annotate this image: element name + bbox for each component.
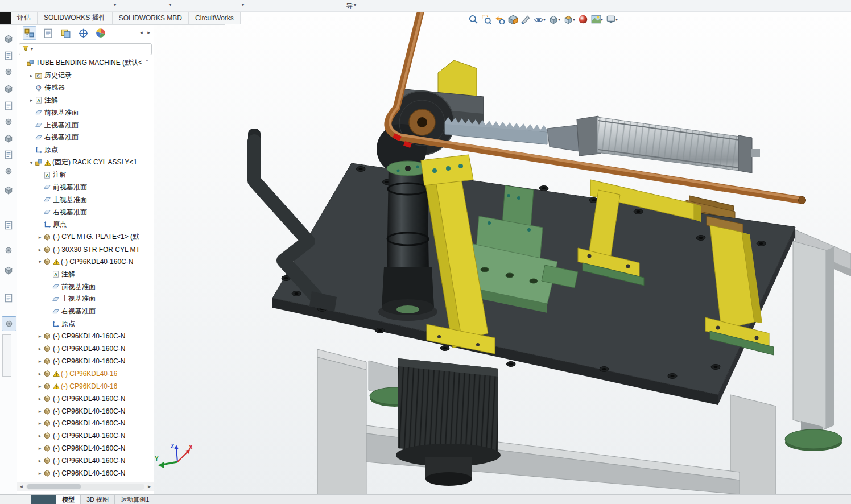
- left-toolbar-icon[interactable]: [2, 263, 15, 277]
- tree-item[interactable]: ▸(-) CP96KDL40-160C-N: [17, 455, 154, 467]
- tree-item[interactable]: 传感器: [17, 82, 154, 94]
- dropdown-caret[interactable]: ▾: [615, 17, 618, 22]
- scroll-track[interactable]: [26, 484, 144, 490]
- tree-item[interactable]: 右视基准面: [17, 206, 154, 218]
- expand-arrow[interactable]: ▸: [36, 371, 43, 377]
- tree-item[interactable]: ▸(-) CP96KDL40-160C-N: [17, 429, 154, 442]
- expand-arrow[interactable]: ▸: [36, 445, 43, 451]
- collapse-tree-chevron[interactable]: ˆ: [146, 60, 154, 66]
- ribbon-tab[interactable]: SOLIDWORKS 插件: [38, 11, 113, 24]
- tree-item[interactable]: 上视基准面: [17, 119, 154, 131]
- dropdown-caret[interactable]: ▾: [601, 17, 603, 22]
- menu-dropdown-caret[interactable]: ▾: [114, 2, 116, 7]
- tree-item[interactable]: 右视基准面: [17, 305, 154, 318]
- tree-item[interactable]: ▸(-) CYL MTG. PLATE<1> (默: [17, 231, 154, 243]
- tree-item[interactable]: 原点: [17, 218, 154, 231]
- expand-arrow[interactable]: ▸: [36, 470, 43, 476]
- tree-item[interactable]: 前视基准面: [17, 106, 154, 119]
- collapse-arrow[interactable]: ▾: [36, 259, 43, 265]
- tab-scroll-corner[interactable]: [31, 495, 56, 504]
- panel-tabs-scroll-left[interactable]: ◂: [138, 27, 145, 38]
- scroll-right-arrow[interactable]: ►: [145, 484, 154, 489]
- ribbon-tab[interactable]: 评估: [11, 11, 38, 24]
- tree-item[interactable]: 上视基准面: [17, 193, 154, 206]
- dropdown-caret[interactable]: ▾: [558, 17, 560, 22]
- section-view-icon[interactable]: [507, 14, 518, 25]
- expand-arrow[interactable]: ▸: [36, 333, 43, 339]
- menu-dropdown-caret[interactable]: ▾: [169, 2, 171, 7]
- left-toolbar-icon[interactable]: [2, 99, 15, 113]
- tree-item[interactable]: ▾(固定) RACK CYL ASSLY<1: [17, 156, 154, 169]
- tree-item[interactable]: ▸(-) CP96KDL40-16: [17, 380, 154, 393]
- zoom-area-icon[interactable]: [481, 14, 492, 25]
- left-toolbar-icon[interactable]: [2, 316, 16, 331]
- tree-item[interactable]: 原点: [17, 144, 154, 156]
- tree-hscrollbar[interactable]: ◄ ►: [17, 482, 154, 491]
- viewport-3d[interactable]: Z X Y: [154, 11, 851, 494]
- left-toolbar-icon[interactable]: [2, 183, 15, 197]
- left-toolbar-icon[interactable]: [2, 82, 15, 96]
- expand-arrow[interactable]: ▸: [36, 420, 43, 426]
- tree-item[interactable]: 上视基准面: [17, 293, 154, 305]
- panel-tabs-scroll-right[interactable]: ▸: [145, 27, 152, 38]
- displaymanager-tab[interactable]: [94, 27, 107, 39]
- left-toolbar-icon[interactable]: [2, 148, 15, 162]
- expand-arrow[interactable]: ▸: [36, 346, 43, 352]
- collapse-arrow[interactable]: ▾: [28, 160, 35, 166]
- tree-item[interactable]: ▸(-) CP96KDL40-160C-N: [17, 331, 154, 343]
- view-settings-icon[interactable]: ▾: [605, 14, 618, 25]
- expand-arrow[interactable]: ▸: [36, 234, 43, 240]
- tree-item[interactable]: ▸(-) 30X30 STR FOR CYL MT: [17, 243, 154, 256]
- featuremanager-tab[interactable]: [23, 26, 36, 40]
- left-toolbar-icon[interactable]: [2, 32, 15, 46]
- ribbon-tab[interactable]: CircuitWorks: [189, 11, 241, 24]
- scroll-left-arrow[interactable]: ◄: [17, 484, 26, 489]
- menu-overflow-label[interactable]: 导: [346, 1, 353, 11]
- tree-item[interactable]: 前视基准面: [17, 280, 154, 293]
- dropdown-caret[interactable]: ▾: [573, 17, 575, 22]
- left-toolbar-icon[interactable]: [2, 291, 15, 305]
- tree-item[interactable]: ▸(-) CP96KDL40-160C-N: [17, 355, 154, 367]
- tree-item[interactable]: 右视基准面: [17, 131, 154, 144]
- tree-item[interactable]: ▸(-) CP96KDL40-160C-N: [17, 442, 154, 455]
- expand-arrow[interactable]: ▸: [36, 408, 43, 414]
- tree-item[interactable]: ▸(-) CP96KDL40-160C-N: [17, 342, 154, 355]
- left-toolbar-icon[interactable]: [2, 218, 15, 232]
- tree-item[interactable]: ▸(-) CP96KDL40-160C-N: [17, 467, 154, 480]
- left-toolbar-icon[interactable]: [2, 243, 15, 257]
- menu-dropdown-caret[interactable]: ▾: [354, 2, 356, 7]
- scroll-thumb[interactable]: [27, 484, 81, 489]
- expand-arrow[interactable]: ▸: [28, 97, 35, 103]
- configurationmanager-tab[interactable]: [59, 27, 72, 39]
- expand-arrow[interactable]: ▸: [36, 247, 43, 253]
- propertymanager-tab[interactable]: [42, 27, 54, 39]
- left-toolbar-icon[interactable]: [2, 65, 15, 79]
- dropdown-caret[interactable]: ▾: [543, 17, 546, 22]
- tree-item[interactable]: TUBE BENDING MACHINE (默认<ˆ: [17, 57, 154, 69]
- expand-arrow[interactable]: ▸: [28, 73, 35, 79]
- view-orientation-icon[interactable]: ▾: [563, 14, 576, 25]
- expand-arrow[interactable]: ▸: [36, 458, 43, 464]
- toolbar-slider[interactable]: [2, 334, 11, 377]
- expand-arrow[interactable]: ▸: [36, 433, 43, 439]
- left-toolbar-icon[interactable]: [2, 164, 15, 178]
- previous-view-icon[interactable]: [494, 14, 505, 25]
- expand-arrow[interactable]: ▸: [36, 383, 43, 389]
- tree-item[interactable]: ▸(-) CP96KDL40-16: [17, 367, 154, 380]
- display-style-icon[interactable]: ▾: [548, 14, 561, 25]
- edit-appearance-icon[interactable]: [577, 14, 589, 25]
- dynamic-annotation-icon[interactable]: [520, 14, 531, 25]
- hide-show-items-icon[interactable]: ▾: [533, 14, 546, 25]
- tree-item[interactable]: ▸A注解: [17, 94, 154, 107]
- tree-item[interactable]: ▾(-) CP96KDL40-160C-N: [17, 256, 154, 268]
- menu-dropdown-caret[interactable]: ▾: [242, 2, 244, 7]
- tree-item[interactable]: A注解: [17, 169, 154, 181]
- tree-item[interactable]: 原点: [17, 318, 154, 331]
- apply-scene-icon[interactable]: ▾: [590, 14, 604, 25]
- filter-funnel-icon[interactable]: [22, 44, 30, 55]
- zoom-fit-icon[interactable]: [468, 14, 479, 25]
- dimxpertmanager-tab[interactable]: [77, 27, 89, 39]
- expand-arrow[interactable]: ▸: [36, 396, 43, 402]
- left-toolbar-icon[interactable]: [2, 49, 15, 63]
- tree-item[interactable]: ▸(-) CP96KDL40-160C-N: [17, 417, 154, 429]
